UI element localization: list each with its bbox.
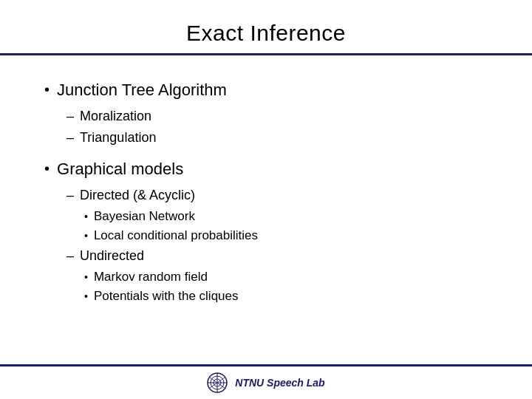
sub-bullet-triangulation: – Triangulation [66, 128, 488, 148]
ntnu-logo-icon [207, 372, 228, 393]
directed-sub-sub-items: • Bayesian Network • Local conditional p… [84, 207, 488, 245]
footer-lab-name: NTNU Speech Lab [235, 377, 324, 389]
undirected-sub-sub-items: • Markov random field • Potentials with … [84, 267, 488, 306]
small-dot-3: • [84, 270, 88, 285]
sub-bullet-undirected: – Undirected [66, 246, 488, 266]
slide-footer: NTNU Speech Lab [0, 364, 532, 399]
slide-container: Exact Inference • Junction Tree Algorith… [0, 0, 532, 399]
dash-icon-3: – [66, 185, 74, 205]
sub-bullet-moralization-text: Moralization [80, 106, 151, 126]
sub-bullet-directed-text: Directed (& Acyclic) [80, 185, 195, 205]
sub-sub-potentials: • Potentials with the cliques [84, 287, 488, 306]
section2-label: Graphical models [57, 158, 183, 181]
sub-bullet-directed: – Directed (& Acyclic) [66, 185, 488, 205]
main-bullet-1: • Junction Tree Algorithm [44, 79, 488, 102]
main-bullet-2: • Graphical models [44, 158, 488, 181]
local-cond-text: Local conditional probabilities [94, 226, 258, 245]
potentials-text: Potentials with the cliques [94, 287, 239, 306]
small-dot-4: • [84, 289, 88, 304]
sub-sub-markov: • Markov random field [84, 267, 488, 287]
dash-icon-2: – [66, 128, 74, 148]
bullet-dot-2: • [44, 158, 50, 179]
small-dot-1: • [84, 209, 88, 225]
markov-text: Markov random field [94, 267, 208, 287]
slide-header: Exact Inference [0, 0, 532, 55]
section2-sub-items: – Directed (& Acyclic) • Bayesian Networ… [66, 185, 488, 306]
slide-title: Exact Inference [44, 21, 488, 46]
section1-label: Junction Tree Algorithm [57, 79, 227, 102]
bullet-dot-1: • [44, 79, 50, 100]
small-dot-2: • [84, 228, 88, 244]
section1-sub-items: – Moralization – Triangulation [66, 106, 488, 148]
sub-sub-local-cond: • Local conditional probabilities [84, 226, 488, 245]
sub-bullet-triangulation-text: Triangulation [80, 128, 156, 148]
sub-bullet-undirected-text: Undirected [80, 246, 144, 266]
dash-icon-4: – [66, 246, 74, 266]
slide-content: • Junction Tree Algorithm – Moralization… [0, 55, 532, 364]
sub-sub-bayesian: • Bayesian Network [84, 207, 488, 226]
dash-icon: – [66, 106, 74, 126]
bayesian-network-text: Bayesian Network [94, 207, 195, 226]
sub-bullet-moralization: – Moralization [66, 106, 488, 126]
